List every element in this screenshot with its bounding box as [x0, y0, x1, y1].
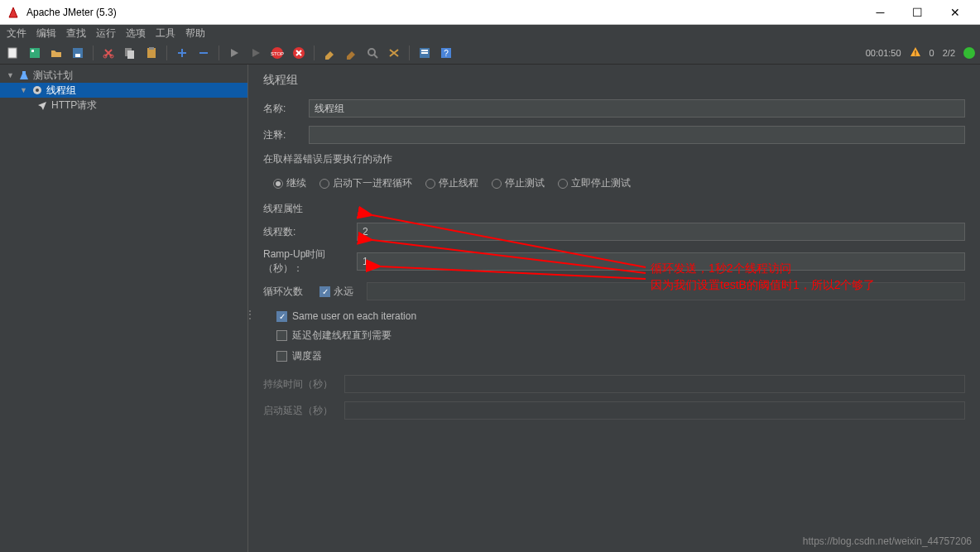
tree-http-request[interactable]: HTTP请求 — [0, 98, 247, 113]
search-icon[interactable] — [364, 45, 381, 61]
config-panel: 线程组 名称: 注释: 在取样器错误后要执行的动作 继续 启动下一进程循环 停止… — [248, 65, 980, 552]
svg-rect-17 — [421, 52, 428, 54]
svg-text:STOP: STOP — [271, 51, 284, 56]
splitter-handle[interactable] — [245, 309, 250, 325]
svg-rect-1 — [30, 48, 40, 58]
remove-icon[interactable] — [195, 45, 212, 61]
thread-props-label: 线程属性 — [263, 202, 965, 216]
shutdown-icon[interactable] — [291, 45, 307, 61]
menu-search[interactable]: 查找 — [63, 26, 89, 41]
comment-label: 注释: — [263, 128, 309, 142]
radio-stop-now[interactable]: 立即停止测试 — [558, 176, 631, 190]
start-icon[interactable] — [226, 45, 243, 61]
sampler-icon — [36, 99, 48, 111]
panel-title: 线程组 — [263, 73, 965, 88]
elapsed-time: 00:01:50 — [866, 48, 901, 58]
close-button[interactable]: ✕ — [936, 1, 973, 24]
clear-all-icon[interactable] — [343, 45, 359, 61]
status-area: 00:01:50 ! 0 2/2 — [866, 46, 975, 60]
stop-icon[interactable]: STOP — [269, 45, 286, 61]
menu-options[interactable]: 选项 — [122, 26, 149, 41]
menu-file[interactable]: 文件 — [3, 26, 30, 41]
svg-rect-4 — [75, 54, 80, 57]
svg-text:?: ? — [444, 49, 449, 58]
warning-count: 0 — [930, 48, 934, 58]
error-action-label: 在取样器错误后要执行的动作 — [263, 152, 965, 166]
startup-delay-label: 启动延迟（秒） — [263, 404, 338, 418]
duration-label: 持续时间（秒） — [263, 377, 338, 391]
loop-forever-checkbox[interactable]: 永远 — [319, 285, 353, 299]
tree-sidebar: ▼ 测试计划 ▼ 线程组 HTTP请求 — [0, 65, 248, 552]
menu-tools[interactable]: 工具 — [152, 26, 179, 41]
tree-thread-group[interactable]: ▼ 线程组 — [0, 83, 247, 98]
thread-count: 2/2 — [943, 48, 955, 58]
new-icon[interactable] — [5, 45, 22, 61]
paste-icon[interactable] — [143, 45, 160, 61]
svg-rect-0 — [8, 48, 17, 58]
delay-create-checkbox[interactable]: 延迟创建线程直到需要 — [263, 325, 965, 346]
gear-icon — [31, 84, 43, 96]
scheduler-checkbox[interactable]: 调度器 — [263, 346, 965, 367]
startup-delay-input — [344, 401, 965, 420]
titlebar: Apache JMeter (5.3) ─ ☐ ✕ — [0, 0, 980, 25]
svg-point-22 — [36, 89, 39, 92]
help-icon[interactable]: ? — [438, 45, 454, 61]
loop-label: 循环次数 — [263, 285, 313, 299]
maximize-button[interactable]: ☐ — [899, 1, 936, 24]
collapse-icon[interactable]: ▼ — [7, 71, 15, 79]
comment-input[interactable] — [309, 126, 965, 144]
collapse-icon[interactable]: ▼ — [20, 86, 28, 94]
add-icon[interactable] — [174, 45, 190, 61]
menu-edit[interactable]: 编辑 — [33, 26, 60, 41]
save-icon[interactable] — [70, 45, 86, 61]
app-icon — [7, 6, 20, 19]
clear-icon[interactable] — [321, 45, 338, 61]
warning-icon: ! — [910, 46, 921, 60]
svg-rect-2 — [31, 50, 34, 52]
annotation-text: 循环发送，1秒2个线程访问 因为我们设置testB的阈值时1，所以2个够了 — [651, 261, 875, 293]
function-helper-icon[interactable] — [416, 45, 433, 61]
menu-run[interactable]: 运行 — [93, 26, 119, 41]
menu-help[interactable]: 帮助 — [182, 26, 209, 41]
templates-icon[interactable] — [26, 45, 43, 61]
threads-input[interactable] — [357, 223, 965, 241]
tree-test-plan[interactable]: ▼ 测试计划 — [0, 68, 247, 83]
window-title: Apache JMeter (5.3) — [26, 7, 862, 18]
watermark: https://blog.csdn.net/weixin_44757206 — [803, 535, 972, 547]
radio-stop-thread[interactable]: 停止线程 — [425, 176, 478, 190]
name-input[interactable] — [309, 99, 965, 118]
same-user-checkbox[interactable]: Same user on each iteration — [263, 307, 965, 325]
rampup-label: Ramp-Up时间（秒）： — [263, 247, 350, 276]
status-indicator-icon — [963, 47, 975, 59]
open-icon[interactable] — [48, 45, 65, 61]
svg-rect-8 — [127, 50, 134, 59]
start-no-pause-icon[interactable] — [247, 45, 264, 61]
minimize-button[interactable]: ─ — [862, 1, 899, 24]
cut-icon[interactable] — [100, 45, 117, 61]
svg-rect-16 — [421, 50, 428, 51]
copy-icon[interactable] — [122, 45, 138, 61]
toolbar: STOP ? 00:01:50 ! 0 2/2 — [0, 41, 980, 65]
svg-point-14 — [368, 49, 375, 55]
svg-text:!: ! — [914, 49, 916, 57]
radio-start-next[interactable]: 启动下一进程循环 — [319, 176, 412, 190]
flask-icon — [18, 70, 30, 81]
reset-search-icon[interactable] — [386, 45, 402, 61]
svg-rect-10 — [149, 47, 154, 50]
radio-continue[interactable]: 继续 — [273, 176, 306, 190]
menubar: 文件 编辑 查找 运行 选项 工具 帮助 — [0, 25, 980, 41]
radio-stop-test[interactable]: 停止测试 — [492, 176, 545, 190]
threads-label: 线程数: — [263, 225, 350, 239]
name-label: 名称: — [263, 102, 309, 116]
duration-input — [344, 375, 965, 393]
